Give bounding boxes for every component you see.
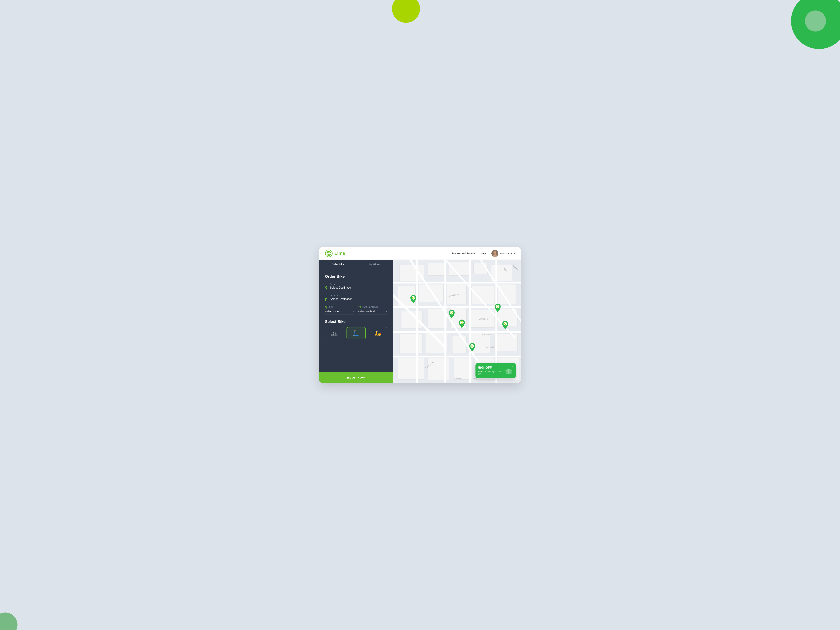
header: Lime Payment and Promos Help Alan Harris… xyxy=(319,247,521,260)
svg-rect-32 xyxy=(452,335,466,353)
svg-rect-18 xyxy=(474,263,488,274)
svg-point-8 xyxy=(494,251,496,254)
bike-option-scooter[interactable]: 🛴 xyxy=(346,327,366,339)
tab-order-bike[interactable]: Order Bike xyxy=(319,260,356,269)
book-now-button[interactable]: BOOK NOW xyxy=(319,372,393,383)
svg-text:Edwards St: Edwards St xyxy=(482,333,492,336)
promo-description: Enjoy 10 rides upto 50% off xyxy=(478,370,502,375)
bike-option-moped[interactable]: 🛵 xyxy=(368,327,387,339)
map-pin-3[interactable] xyxy=(458,319,465,328)
map-pin-6[interactable] xyxy=(502,321,509,330)
payment-value: Select Method xyxy=(358,310,375,313)
map-pin-5[interactable] xyxy=(494,304,501,313)
select-bike-title: Select Bike xyxy=(325,319,387,324)
decorative-circle-top xyxy=(392,0,420,23)
sidebar-tabs: Order Bike My Rides xyxy=(319,260,393,269)
sidebar-body: Order Bike From Select Destination xyxy=(319,269,393,372)
gift-icon xyxy=(504,366,513,375)
chevron-down-icon: ▾ xyxy=(514,252,515,255)
nav-payment-promos[interactable]: Payment and Promos xyxy=(452,252,475,255)
svg-text:Clarke St: Clarke St xyxy=(454,377,462,380)
from-label: From xyxy=(330,283,387,286)
payment-select[interactable]: Select Method ▾ xyxy=(358,310,387,314)
promo-popup: × 50% OFF Enjoy 10 rides upto 50% off xyxy=(475,363,516,378)
svg-rect-19 xyxy=(491,265,512,281)
bicycle-icon: 🚲 xyxy=(331,330,338,336)
lime-logo-icon xyxy=(325,249,333,257)
time-label: Time xyxy=(329,306,333,308)
where-label: Where to? xyxy=(330,294,387,297)
svg-text:Mather St: Mather St xyxy=(486,346,494,348)
map-pin-4[interactable] xyxy=(469,343,476,352)
svg-rect-17 xyxy=(449,261,470,275)
time-chevron-icon: ▾ xyxy=(353,310,354,313)
svg-rect-105 xyxy=(508,370,509,374)
svg-rect-12 xyxy=(358,306,361,308)
app-window: Lime Payment and Promos Help Alan Harris… xyxy=(319,247,521,383)
moped-icon: 🛵 xyxy=(374,330,381,336)
time-payment-row: Time Select Time ▾ P xyxy=(325,306,387,314)
where-field-group: Where to? Select Destination xyxy=(325,294,387,302)
time-value: Select Time xyxy=(325,310,339,313)
time-field-group: Time Select Time ▾ xyxy=(325,306,354,314)
svg-rect-16 xyxy=(428,263,445,275)
svg-point-106 xyxy=(508,369,509,370)
payment-field-group: Payment Method Select Method ▾ xyxy=(358,306,387,314)
clock-icon xyxy=(325,306,327,308)
from-value: Select Destination xyxy=(330,286,387,291)
logo-text: Lime xyxy=(335,251,345,256)
promo-close-button[interactable]: × xyxy=(512,365,514,368)
from-field-group: From Select Destination xyxy=(325,283,387,291)
order-bike-title: Order Bike xyxy=(325,274,387,279)
svg-rect-23 xyxy=(472,286,494,304)
tab-my-rides[interactable]: My Rides xyxy=(356,260,393,269)
main-content: Order Bike My Rides Order Bike xyxy=(319,260,521,383)
svg-rect-10 xyxy=(325,298,326,301)
sidebar: Order Bike My Rides Order Bike xyxy=(319,260,393,383)
svg-rect-13 xyxy=(358,307,361,307)
user-area[interactable]: Alan Harris ▾ xyxy=(491,250,515,257)
map-pin-2[interactable] xyxy=(448,310,455,319)
flag-icon xyxy=(325,297,328,302)
svg-text:Crandall St: Crandall St xyxy=(479,318,488,320)
promo-text: 50% OFF Enjoy 10 rides upto 50% off xyxy=(478,366,502,375)
map-pin-1[interactable] xyxy=(410,295,417,304)
bike-option-bicycle[interactable]: 🚲 xyxy=(325,327,344,339)
svg-rect-15 xyxy=(399,265,424,281)
payment-label: Payment Method xyxy=(362,306,378,308)
user-avatar xyxy=(491,250,498,257)
svg-rect-22 xyxy=(447,283,467,304)
svg-rect-35 xyxy=(398,358,424,379)
logo-area: Lime xyxy=(325,249,452,257)
map-area[interactable]: West Mygatt St Charlotte St Crandall St … xyxy=(393,260,521,383)
location-icon xyxy=(325,286,328,291)
where-value: Select Destination xyxy=(330,297,387,302)
payment-chevron-icon: ▾ xyxy=(386,310,387,313)
user-name: Alan Harris xyxy=(500,252,512,255)
decorative-circle-bl xyxy=(0,613,17,630)
where-field-row: Where to? Select Destination xyxy=(325,294,387,302)
time-select[interactable]: Select Time ▾ xyxy=(325,310,354,314)
bike-options: 🚲 🛴 🛵 xyxy=(325,327,387,339)
svg-rect-21 xyxy=(419,284,444,302)
svg-rect-31 xyxy=(426,332,447,353)
from-field-content[interactable]: From Select Destination xyxy=(330,283,387,291)
payment-icon xyxy=(358,306,361,308)
from-field-row: From Select Destination xyxy=(325,283,387,291)
promo-title: 50% OFF xyxy=(478,366,502,369)
svg-rect-30 xyxy=(399,333,422,353)
decorative-circle-tr-inner xyxy=(805,11,826,32)
header-nav: Payment and Promos Help xyxy=(452,252,486,255)
scooter-icon: 🛴 xyxy=(353,330,360,336)
where-field-content[interactable]: Where to? Select Destination xyxy=(330,294,387,302)
nav-help[interactable]: Help xyxy=(481,252,486,255)
